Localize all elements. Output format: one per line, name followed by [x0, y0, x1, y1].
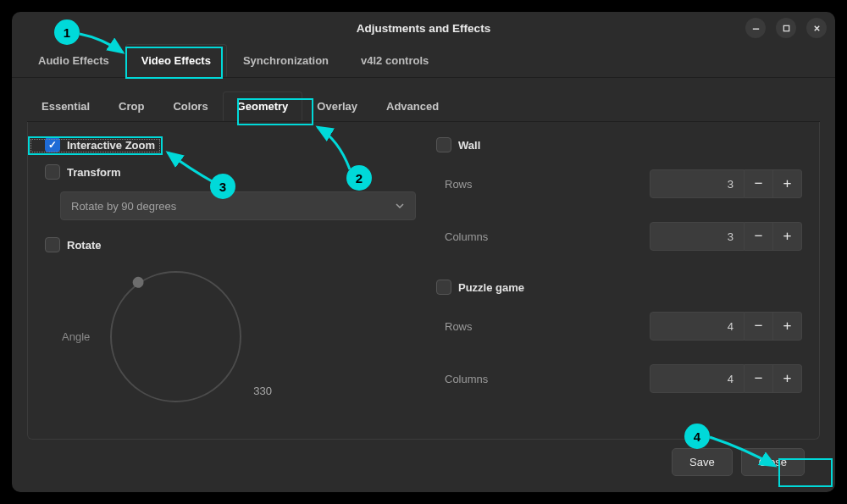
- wall-rows-plus-button[interactable]: +: [773, 169, 802, 198]
- main-tabbar: Audio Effects Video Effects Synchronizat…: [12, 44, 835, 78]
- subtab-advanced[interactable]: Advanced: [372, 91, 453, 121]
- wall-checkbox[interactable]: [436, 137, 451, 152]
- interactive-zoom-label: Interactive Zoom: [67, 139, 155, 152]
- subtab-overlay[interactable]: Overlay: [302, 91, 372, 121]
- rotate-label: Rotate: [67, 239, 101, 252]
- tab-video-effects[interactable]: Video Effects: [125, 44, 227, 77]
- maximize-icon[interactable]: [776, 18, 796, 38]
- close-button[interactable]: Close: [741, 448, 805, 476]
- tab-audio-effects[interactable]: Audio Effects: [22, 44, 125, 77]
- wall-cols-minus-button[interactable]: −: [745, 222, 773, 251]
- wall-rows-label: Rows: [445, 178, 473, 191]
- transform-dropdown[interactable]: Rotate by 90 degrees: [60, 191, 416, 220]
- wall-cols-label: Columns: [445, 230, 488, 243]
- close-icon[interactable]: [806, 18, 827, 38]
- subtab-crop[interactable]: Crop: [104, 91, 158, 121]
- window-title: Adjustments and Effects: [357, 22, 490, 35]
- subtab-bar: Essential Crop Colors Geometry Overlay A…: [27, 91, 820, 122]
- puzzle-cols-plus-button[interactable]: +: [773, 364, 802, 393]
- interactive-zoom-checkbox[interactable]: [45, 137, 60, 152]
- adjustments-effects-window: Adjustments and Effects Audio Effects Vi…: [12, 12, 835, 492]
- puzzle-cols-label: Columns: [445, 373, 488, 385]
- wall-rows-minus-button[interactable]: −: [745, 169, 773, 198]
- angle-dial[interactable]: [110, 271, 241, 402]
- puzzle-rows-minus-button[interactable]: −: [745, 312, 773, 341]
- wall-label: Wall: [458, 139, 480, 152]
- puzzle-label: Puzzle game: [458, 281, 524, 294]
- transform-label: Transform: [67, 166, 121, 179]
- puzzle-rows-plus-button[interactable]: +: [773, 312, 802, 341]
- svg-rect-0: [752, 28, 758, 29]
- tab-synchronization[interactable]: Synchronization: [227, 44, 345, 77]
- wall-cols-input[interactable]: [650, 222, 745, 251]
- puzzle-cols-minus-button[interactable]: −: [745, 364, 773, 393]
- subtab-colors[interactable]: Colors: [158, 91, 222, 121]
- angle-label: Angle: [62, 330, 90, 343]
- puzzle-cols-input[interactable]: [650, 364, 745, 393]
- rotate-checkbox[interactable]: [45, 237, 60, 252]
- puzzle-rows-label: Rows: [445, 320, 473, 333]
- tab-v4l2-controls[interactable]: v4l2 controls: [345, 44, 445, 77]
- minimize-icon[interactable]: [745, 18, 766, 38]
- angle-value: 330: [253, 385, 272, 397]
- puzzle-rows-input[interactable]: [650, 312, 745, 341]
- titlebar: Adjustments and Effects: [12, 12, 835, 44]
- transform-checkbox[interactable]: [45, 164, 60, 180]
- save-button[interactable]: Save: [672, 448, 733, 476]
- subtab-geometry[interactable]: Geometry: [223, 91, 303, 121]
- svg-rect-1: [783, 25, 789, 30]
- wall-rows-input[interactable]: [650, 169, 745, 198]
- transform-dropdown-value: Rotate by 90 degrees: [71, 200, 176, 213]
- subtab-essential[interactable]: Essential: [27, 91, 104, 121]
- puzzle-checkbox[interactable]: [436, 280, 451, 295]
- wall-cols-plus-button[interactable]: +: [773, 222, 802, 251]
- geometry-panel: Interactive Zoom Transform Rotate by 90 …: [27, 122, 820, 440]
- chevron-down-icon: [395, 201, 405, 211]
